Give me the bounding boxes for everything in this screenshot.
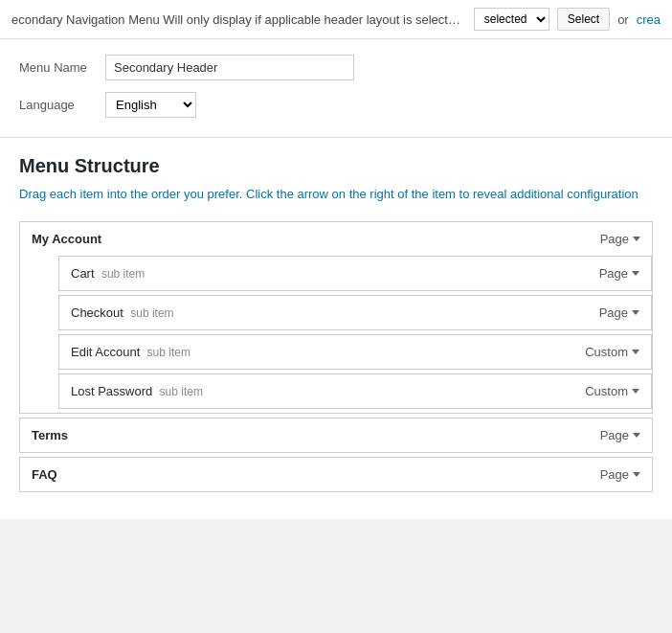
menu-name-input[interactable] — [105, 55, 354, 80]
select-button[interactable]: Select — [557, 8, 610, 31]
chevron-down-icon — [633, 237, 640, 241]
menu-item-terms-type: Page — [600, 428, 640, 442]
sub-item-checkout-header[interactable]: Checkout sub item Page — [59, 296, 651, 329]
menu-structure-desc-text: Drag each item into the order you prefer… — [19, 187, 638, 201]
sub-item-edit-account-header[interactable]: Edit Account sub item Custom — [59, 335, 651, 369]
chevron-down-icon — [632, 350, 639, 354]
menu-structure-desc-highlight: additional configuration — [510, 187, 638, 201]
sub-item-edit-account-title: Edit Account sub item — [71, 345, 190, 359]
sub-item-lost-password-type: Custom — [585, 384, 639, 398]
menu-structure-section: Menu Structure Drag each item into the o… — [0, 138, 672, 519]
sub-item-cart: Cart sub item Page — [58, 256, 652, 291]
sub-item-edit-account: Edit Account sub item Custom — [58, 334, 652, 370]
chevron-down-icon — [632, 310, 639, 315]
sub-item-checkout-title: Checkout sub item — [71, 305, 174, 320]
menu-name-label: Menu Name — [19, 60, 105, 75]
chevron-down-icon — [633, 472, 640, 477]
language-select[interactable]: EnglishFrenchSpanish — [105, 92, 196, 118]
sub-item-lost-password-sublabel: sub item — [156, 385, 203, 398]
sub-item-lost-password-title: Lost Password sub item — [71, 384, 203, 398]
menu-item-my-account-title: My Account — [32, 232, 101, 246]
sub-item-checkout: Checkout sub item Page — [58, 295, 652, 330]
my-account-sub-items: Cart sub item Page Checkout sub item — [58, 256, 652, 409]
menu-item-faq-header[interactable]: FAQ Page — [20, 458, 652, 491]
sub-item-cart-type: Page — [599, 266, 639, 281]
menu-item-terms-title: Terms — [32, 428, 68, 442]
top-bar-dropdown[interactable]: selected — [474, 8, 549, 31]
or-text: or — [617, 12, 629, 27]
menu-item-faq: FAQ Page — [19, 457, 653, 492]
sub-item-lost-password: Lost Password sub item Custom — [58, 373, 652, 409]
menu-item-terms: Terms Page — [19, 418, 653, 453]
chevron-down-icon — [632, 271, 639, 276]
sub-item-cart-title: Cart sub item — [71, 266, 145, 281]
form-section: Menu Name Language EnglishFrenchSpanish — [0, 39, 672, 138]
menu-item-faq-title: FAQ — [32, 467, 57, 482]
sub-item-edit-account-sublabel: sub item — [144, 346, 190, 359]
menu-item-terms-header[interactable]: Terms Page — [20, 418, 652, 452]
language-row: Language EnglishFrenchSpanish — [19, 92, 653, 118]
menu-structure-desc: Drag each item into the order you prefer… — [19, 185, 653, 204]
sub-item-edit-account-type: Custom — [585, 345, 639, 359]
sub-item-checkout-sublabel: sub item — [127, 306, 174, 320]
menu-items-list: My Account Page Cart sub item Page — [19, 221, 653, 492]
menu-item-faq-type: Page — [600, 467, 640, 482]
menu-name-row: Menu Name — [19, 55, 653, 80]
top-bar-text: econdary Navigation Menu Will only displ… — [11, 12, 466, 27]
menu-item-my-account-header[interactable]: My Account Page — [20, 222, 652, 256]
create-link[interactable]: crea — [637, 12, 661, 27]
sub-item-lost-password-header[interactable]: Lost Password sub item Custom — [59, 374, 651, 408]
chevron-down-icon — [632, 389, 639, 394]
menu-item-my-account-type: Page — [600, 232, 640, 246]
sub-item-checkout-type: Page — [599, 305, 639, 320]
language-label: Language — [19, 98, 105, 112]
sub-item-cart-header[interactable]: Cart sub item Page — [59, 257, 651, 290]
menu-item-my-account: My Account Page Cart sub item Page — [19, 221, 653, 414]
sub-item-cart-sublabel: sub item — [99, 267, 146, 281]
menu-structure-title: Menu Structure — [19, 155, 653, 177]
top-bar: econdary Navigation Menu Will only displ… — [0, 0, 672, 39]
chevron-down-icon — [633, 433, 640, 438]
